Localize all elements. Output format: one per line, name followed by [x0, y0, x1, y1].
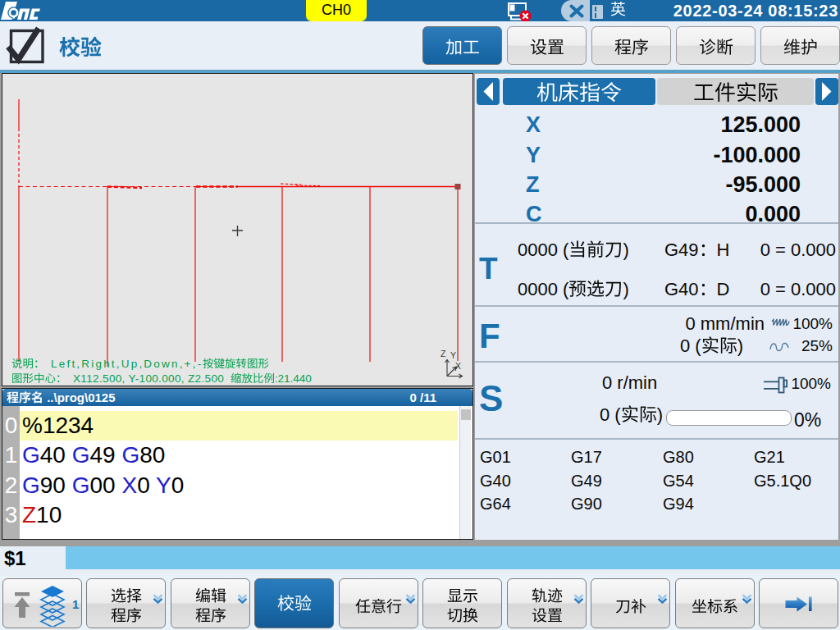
svg-text:X: X — [455, 361, 461, 371]
svg-text:Y: Y — [450, 350, 456, 360]
svg-text:Z: Z — [441, 349, 446, 358]
